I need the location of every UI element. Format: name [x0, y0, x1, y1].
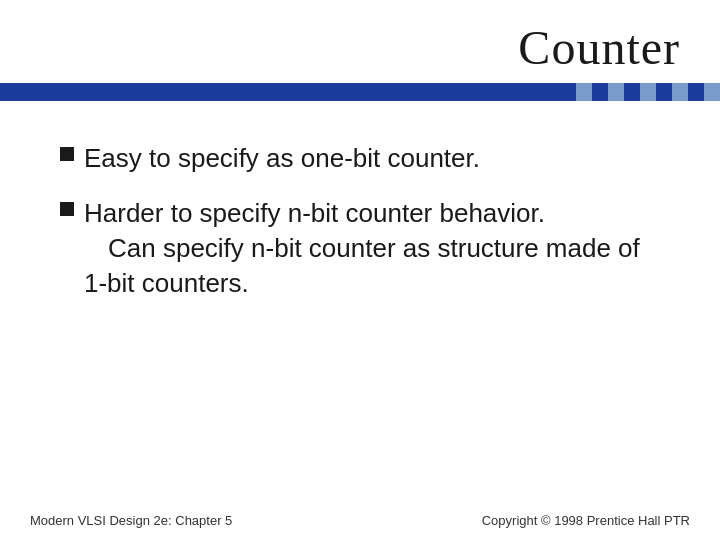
bullet-square-1 — [60, 147, 74, 161]
stripe-3 — [592, 83, 608, 101]
slide: Counter Easy to specify as one-bit count… — [0, 0, 720, 540]
bullet-text-2: Harder to specify n-bit counter behavior… — [84, 198, 545, 228]
bullet-item-1: Easy to specify as one-bit counter. — [60, 141, 660, 176]
stripe-6 — [640, 83, 656, 101]
footer-right: Copyright © 1998 Prentice Hall PTR — [482, 513, 690, 528]
stripe-7 — [656, 83, 672, 101]
deco-bar-solid — [0, 83, 560, 101]
stripe-1 — [560, 83, 576, 101]
bullet-item-2: Harder to specify n-bit counter behavior… — [60, 196, 660, 301]
stripe-5 — [624, 83, 640, 101]
stripe-2 — [576, 83, 592, 101]
decorative-bar — [0, 83, 720, 101]
slide-content: Easy to specify as one-bit counter. Hard… — [0, 101, 720, 513]
slide-footer: Modern VLSI Design 2e: Chapter 5 Copyrig… — [0, 513, 720, 540]
footer-left: Modern VLSI Design 2e: Chapter 5 — [30, 513, 232, 528]
stripe-10 — [704, 83, 720, 101]
title-area: Counter — [0, 0, 720, 83]
bullet-square-2 — [60, 202, 74, 216]
stripe-4 — [608, 83, 624, 101]
bullet-text-1: Easy to specify as one-bit counter. — [84, 141, 480, 176]
stripe-9 — [688, 83, 704, 101]
deco-bar-stripes — [560, 83, 720, 101]
bullet-text-2-continuation: Can specify n-bit counter as structure m… — [84, 233, 640, 298]
slide-title: Counter — [518, 20, 680, 75]
stripe-8 — [672, 83, 688, 101]
bullet-2-content: Harder to specify n-bit counter behavior… — [84, 196, 660, 301]
